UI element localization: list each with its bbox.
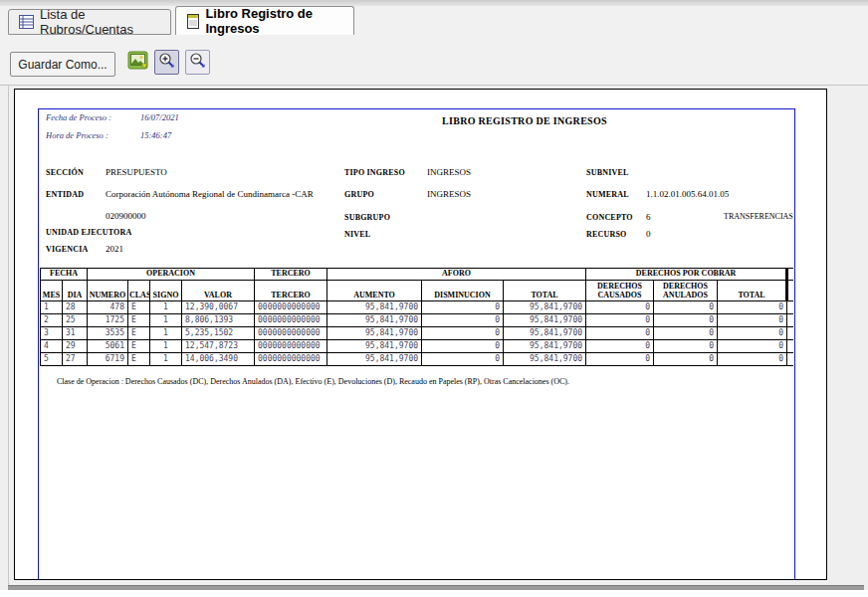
table-cell: 5061 xyxy=(88,340,128,353)
table-cell: 0 xyxy=(718,327,787,340)
tipo-ingreso-value: INGRESOS xyxy=(427,167,471,177)
ingresos-table-container: FECHAOPERACIONTERCEROAFORODERECHOS POR C… xyxy=(40,268,793,366)
table-cell: E xyxy=(128,301,150,314)
vigencia-value: 2021 xyxy=(106,244,123,254)
table-cell: 0 xyxy=(718,353,787,366)
table-row: 3313535E15,235,1502000000000000095,841,9… xyxy=(41,327,794,340)
concepto-value: 6 xyxy=(646,212,651,222)
table-cell: 0 xyxy=(718,301,787,314)
table-cell: 95,841,9700 xyxy=(504,340,586,353)
table-cell xyxy=(787,353,793,366)
table-cell: 8,806,1393 xyxy=(182,314,255,327)
table-cell: 0000000000000 xyxy=(255,353,327,366)
entidad-code-value: 020900000 xyxy=(106,211,146,221)
table-cell: 1 xyxy=(150,314,182,327)
report-page: Fecha de Proceso : 16/07/2021 Hora de Pr… xyxy=(14,89,827,580)
hora-proceso-label: Hora de Proceso : xyxy=(46,130,108,140)
table-cell: 0 xyxy=(718,340,787,353)
zoom-out-button[interactable] xyxy=(185,50,210,75)
table-group-header xyxy=(787,269,793,281)
ingresos-table: FECHAOPERACIONTERCEROAFORODERECHOS POR C… xyxy=(40,268,793,366)
table-cell: 25 xyxy=(63,314,88,327)
table-cell: 0000000000000 xyxy=(255,340,327,353)
concepto-label: CONCEPTO xyxy=(586,213,633,222)
table-cell: 2 xyxy=(41,314,63,327)
table-cell xyxy=(787,340,793,353)
concepto-extra-value: TRANSFERENCIAS xyxy=(724,212,793,221)
fecha-proceso-value: 16/07/2021 xyxy=(140,112,179,122)
tab-and-toolbar-area: Lista de Rubros/Cuentas Libro Registro d… xyxy=(0,6,868,85)
table-cell: 29 xyxy=(63,340,88,353)
zoom-in-button[interactable] xyxy=(154,50,179,75)
tab-label: Libro Registro de Ingresos xyxy=(205,6,343,36)
table-column-header: DERECHOS ANULADOS xyxy=(654,281,718,301)
table-cell: 0 xyxy=(586,340,654,353)
table-group-header: FECHA xyxy=(41,269,88,281)
table-cell: 1 xyxy=(150,353,182,366)
export-image-button[interactable] xyxy=(125,50,150,75)
table-column-header: CLASE xyxy=(128,281,150,301)
table-column-header: SIGNO xyxy=(150,281,182,301)
table-cell: 5,235,1502 xyxy=(182,327,255,340)
table-row: 128478E112,390,0067000000000000095,841,9… xyxy=(41,301,794,314)
table-cell: 1 xyxy=(150,327,182,340)
table-cell: 14,006,3490 xyxy=(182,353,255,366)
entidad-label: ENTIDAD xyxy=(46,190,84,199)
table-cell: 95,841,9700 xyxy=(327,314,422,327)
save-as-button[interactable]: Guardar Como... xyxy=(10,52,115,77)
table-cell: E xyxy=(128,314,150,327)
table-column-header: MES xyxy=(41,281,63,301)
table-cell: 0 xyxy=(586,327,654,340)
report-frame: Fecha de Proceso : 16/07/2021 Hora de Pr… xyxy=(38,108,795,580)
table-cell: 0 xyxy=(718,314,787,327)
table-group-header: OPERACION xyxy=(88,269,255,281)
table-cell: 0 xyxy=(654,353,718,366)
subgrupo-label: SUBGRUPO xyxy=(344,213,390,222)
table-cell: 0 xyxy=(586,353,654,366)
table-cell: 0000000000000 xyxy=(255,314,327,327)
table-cell: 95,841,9700 xyxy=(327,301,422,314)
numeral-label: NUMERAL xyxy=(586,190,629,199)
table-cell: 95,841,9700 xyxy=(504,353,586,366)
table-cell: 0 xyxy=(586,314,654,327)
table-column-header: VALOR xyxy=(182,281,255,301)
table-cell: 95,841,9700 xyxy=(504,301,586,314)
horizontal-scrollbar[interactable] xyxy=(8,585,864,590)
tab-lista-rubros-cuentas[interactable]: Lista de Rubros/Cuentas xyxy=(8,9,171,35)
table-cell: 95,841,9700 xyxy=(327,353,422,366)
tab-libro-registro-ingresos[interactable]: Libro Registro de Ingresos xyxy=(175,6,354,35)
table-row: 5276719E114,006,3490000000000000095,841,… xyxy=(41,353,794,366)
table-cell: 1 xyxy=(150,340,182,353)
table-cell: E xyxy=(128,327,150,340)
zoom-in-icon xyxy=(158,52,175,73)
table-cell: 95,841,9700 xyxy=(504,327,586,340)
numeral-value: 1.1.02.01.005.64.01.05 xyxy=(646,189,729,199)
table-cell: 5 xyxy=(41,353,63,366)
subnivel-label: SUBNIVEL xyxy=(586,168,629,177)
table-cell xyxy=(787,314,793,327)
grupo-value: INGRESOS xyxy=(427,189,471,199)
table-row: 2251725E18,806,1393000000000000095,841,9… xyxy=(41,314,794,327)
table-column-header: TOTAL xyxy=(718,281,787,301)
table-cell: 95,841,9700 xyxy=(327,327,422,340)
viewer-left-border xyxy=(8,86,9,590)
table-cell: 3535 xyxy=(88,327,128,340)
table-column-header: AUMENTO xyxy=(327,281,422,301)
table-column-header: TOTAL xyxy=(504,281,586,301)
zoom-out-icon xyxy=(189,52,206,73)
report-viewer-panel: Fecha de Proceso : 16/07/2021 Hora de Pr… xyxy=(0,85,868,590)
table-cell: 3 xyxy=(41,327,63,340)
table-cell: 0 xyxy=(654,340,718,353)
list-icon xyxy=(19,14,34,30)
table-column-header: DISMINUCION xyxy=(422,281,504,301)
table-cell: 1 xyxy=(41,301,63,314)
table-cell: 95,841,9700 xyxy=(327,340,422,353)
recurso-label: RECURSO xyxy=(586,230,627,239)
unidad-ejecutora-label: UNIDAD EJECUTORA xyxy=(46,228,131,237)
table-group-header: DERECHOS POR COBRAR xyxy=(586,269,787,281)
table-row: 4295061E112,547,8723000000000000095,841,… xyxy=(41,340,794,353)
recurso-value: 0 xyxy=(646,229,651,239)
table-column-header: NUMERO xyxy=(88,281,128,301)
grupo-label: GRUPO xyxy=(344,190,374,199)
table-cell: 1725 xyxy=(88,314,128,327)
